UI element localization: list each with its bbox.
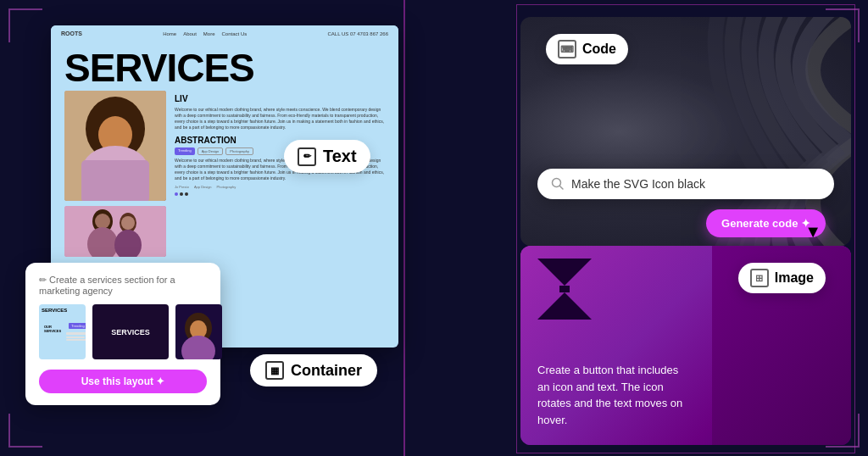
- image-background: ⊞ Image Create a button that includes an…: [520, 246, 851, 445]
- prompt-label: ✏ Create a services section for a market…: [39, 275, 207, 296]
- preview-face-image: [175, 304, 222, 359]
- dot-1: [175, 192, 178, 196]
- mockup-liv-text: Welcome to our ethical modern clothing b…: [175, 107, 385, 131]
- mockup-logo: ROOTS: [61, 31, 82, 36]
- svg-point-11: [121, 216, 135, 230]
- author-role: App Design: [194, 185, 212, 189]
- mockup-phone: CALL US 07 4703 867 266: [327, 31, 388, 36]
- svg-line-18: [560, 186, 564, 190]
- mockup-nav: ROOTS Home About More Contact Us CALL US…: [51, 25, 398, 42]
- image-badge-icon: ⊞: [750, 269, 769, 287]
- mockup-text-column: LIV Welcome to our ethical modern clothi…: [175, 91, 385, 257]
- nav-link-contact: Contact Us: [222, 31, 248, 36]
- image-badge-label: Image: [775, 270, 814, 286]
- code-badge-label: Code: [582, 42, 616, 57]
- code-badge-icon: ⌨: [558, 40, 576, 58]
- mockup-dots: [175, 192, 385, 196]
- code-search-input[interactable]: [571, 177, 821, 191]
- preview-title: SERVICES: [39, 304, 86, 314]
- nav-link-home: Home: [163, 31, 176, 36]
- container-badge-label: Container: [291, 362, 362, 380]
- mockup-hero-title: SERVICES: [64, 48, 385, 87]
- vertical-divider: [403, 0, 405, 456]
- preview-blue-mockup: SERVICES OURSERVICES Trending: [39, 304, 86, 359]
- image-section: ⊞ Image Create a button that includes an…: [520, 246, 851, 445]
- code-section: .wave-line { fill: none; stroke-width: 1…: [520, 17, 851, 246]
- mockup-nav-links: Home About More Contact Us: [163, 31, 247, 36]
- prompt-card: ✏ Create a services section for a market…: [25, 263, 220, 405]
- text-badge: ✏ Text: [284, 140, 370, 173]
- search-icon: [551, 177, 565, 191]
- code-badge: ⌨ Code: [546, 34, 628, 64]
- nav-link-more: More: [203, 31, 215, 36]
- container-badge-icon: ▦: [265, 361, 284, 380]
- svg-rect-5: [81, 160, 149, 201]
- mockup-second-image: [64, 206, 166, 257]
- mockup-hero: SERVICES: [51, 42, 398, 91]
- mockup-liv-title: LIV: [175, 94, 385, 103]
- corner-decoration-tl: [8, 8, 42, 42]
- container-badge: ▦ Container: [250, 354, 377, 386]
- dot-3: [185, 192, 188, 196]
- mockup-image-column: [64, 91, 166, 257]
- cursor-arrow: ▼: [804, 222, 821, 242]
- preview-dark-content: SERVICES: [111, 328, 149, 336]
- preview-dark-mockup: SERVICES: [92, 304, 169, 359]
- text-badge-label: Text: [323, 147, 357, 166]
- text-badge-icon: ✏: [298, 147, 316, 166]
- image-badge: ⊞ Image: [738, 263, 826, 293]
- author-specialty: Photography: [217, 185, 236, 189]
- preview-dark-title: SERVICES: [111, 328, 149, 336]
- mockup-author-row: Jo Presto App Design Photography: [175, 185, 385, 189]
- mockup-content: LIV Welcome to our ethical modern clothi…: [51, 91, 398, 257]
- tag-photography: Photography: [225, 147, 253, 155]
- mockup-main-image: [64, 91, 166, 201]
- tag-app-design: App Design: [198, 147, 224, 155]
- code-background: .wave-line { fill: none; stroke-width: 1…: [520, 17, 851, 246]
- corner-decoration-bl: [8, 414, 42, 448]
- prompt-preview: SERVICES OURSERVICES Trending SERVICES: [39, 304, 207, 359]
- preview-our-services: OURSERVICES: [44, 325, 61, 333]
- tag-trending: Trending: [175, 147, 195, 155]
- search-bar-container[interactable]: [537, 169, 834, 199]
- dot-2: [180, 192, 183, 196]
- use-layout-button[interactable]: Use this layout ✦: [39, 370, 207, 393]
- image-description: Create a button that includes an icon an…: [537, 362, 686, 428]
- svg-point-8: [95, 214, 110, 229]
- preview-services-row: OURSERVICES Trending: [39, 315, 86, 342]
- nav-link-about: About: [183, 31, 197, 36]
- author-name: Jo Presto: [175, 185, 189, 189]
- preview-tag: Trending: [69, 323, 86, 329]
- hourglass-icon: [537, 259, 592, 320]
